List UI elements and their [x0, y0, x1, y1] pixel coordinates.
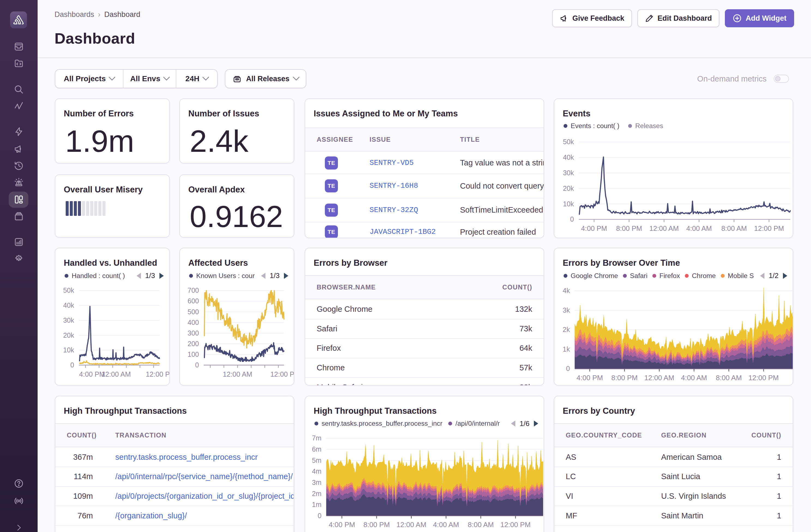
svg-text:20k: 20k: [63, 331, 74, 339]
svg-text:4:00 PM: 4:00 PM: [328, 520, 355, 529]
svg-text:0: 0: [70, 361, 74, 369]
svg-text:5m: 5m: [312, 456, 322, 464]
svg-text:30k: 30k: [63, 316, 74, 324]
svg-text:12:00 PM: 12:00 PM: [754, 225, 784, 232]
svg-text:4:00 PM: 4:00 PM: [581, 225, 607, 232]
svg-text:4:00 AM: 4:00 AM: [681, 374, 707, 382]
svg-text:10k: 10k: [563, 200, 574, 208]
svg-text:8:00 AM: 8:00 AM: [468, 520, 493, 529]
svg-text:8:00 PM: 8:00 PM: [616, 225, 642, 232]
svg-text:4:00 AM: 4:00 AM: [686, 225, 712, 232]
svg-text:200: 200: [187, 340, 199, 348]
svg-text:10k: 10k: [63, 346, 74, 354]
svg-text:12:00 AM: 12:00 AM: [102, 370, 131, 378]
svg-text:40k: 40k: [563, 153, 574, 161]
svg-text:7m: 7m: [312, 434, 322, 442]
svg-text:12:00 AM: 12:00 AM: [223, 370, 253, 378]
svg-text:20k: 20k: [563, 184, 574, 192]
svg-text:300: 300: [187, 329, 199, 337]
svg-text:50k: 50k: [63, 286, 74, 294]
svg-text:12:00 PM: 12:00 PM: [748, 374, 779, 382]
svg-text:4:00 PM: 4:00 PM: [577, 374, 603, 382]
svg-text:4m: 4m: [312, 467, 322, 475]
svg-text:12:00 AM: 12:00 AM: [396, 520, 426, 529]
svg-text:12:00 P: 12:00 P: [270, 370, 294, 378]
svg-text:1k: 1k: [563, 345, 570, 353]
svg-text:6m: 6m: [312, 445, 322, 453]
svg-text:8:00 AM: 8:00 AM: [721, 225, 747, 232]
svg-text:500: 500: [187, 308, 199, 316]
svg-text:0: 0: [318, 512, 322, 519]
svg-text:8:00 AM: 8:00 AM: [716, 374, 742, 382]
svg-text:3k: 3k: [563, 306, 570, 314]
svg-text:12:00 AM: 12:00 AM: [644, 374, 674, 382]
svg-text:2k: 2k: [563, 326, 570, 333]
svg-text:2m: 2m: [312, 489, 322, 497]
svg-text:50k: 50k: [563, 138, 574, 146]
svg-text:4:00 AM: 4:00 AM: [433, 520, 459, 529]
svg-text:40k: 40k: [63, 301, 74, 309]
svg-text:0: 0: [566, 365, 570, 372]
svg-text:8:00 PM: 8:00 PM: [611, 374, 638, 382]
svg-text:100: 100: [187, 350, 199, 358]
svg-text:12:00 PM: 12:00 PM: [500, 520, 531, 529]
svg-text:12:00 AM: 12:00 AM: [649, 225, 679, 232]
svg-text:400: 400: [187, 319, 199, 326]
svg-text:12:00 P: 12:00 P: [146, 370, 169, 378]
svg-text:700: 700: [187, 286, 199, 294]
svg-text:0: 0: [195, 361, 199, 369]
svg-text:600: 600: [187, 297, 199, 305]
svg-text:0: 0: [570, 215, 574, 223]
svg-text:8:00 PM: 8:00 PM: [364, 520, 390, 529]
svg-text:1m: 1m: [312, 501, 322, 508]
svg-text:3m: 3m: [312, 478, 322, 486]
svg-text:30k: 30k: [563, 169, 574, 177]
svg-text:4k: 4k: [563, 287, 570, 294]
